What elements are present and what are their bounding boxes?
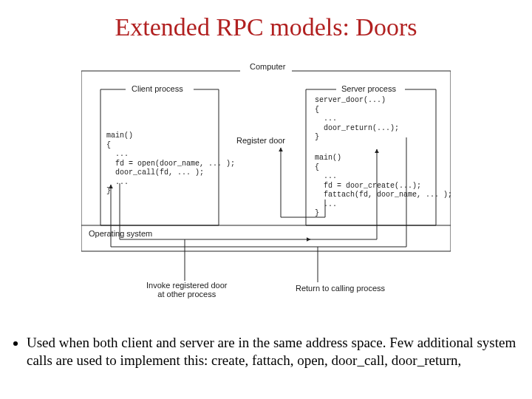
client-process-label: Client process <box>132 84 183 93</box>
return-label: Return to calling process <box>296 284 385 293</box>
doors-diagram: Computer Client process Server process m… <box>81 59 451 303</box>
server-process-label: Server process <box>341 84 396 93</box>
operating-system-label: Operating system <box>89 229 152 238</box>
page-title: Extended RPC models: Doors <box>0 0 532 41</box>
bullet-item: Used when both client and server are in … <box>27 334 519 369</box>
register-door-label: Register door <box>236 136 285 145</box>
server-door-code: server_door(...) { ... door_return(...);… <box>315 96 399 143</box>
client-code: main() { ... fd = open(door_name, ... );… <box>106 132 235 197</box>
server-main-code: main() { ... fd = door_create(...); fatt… <box>315 154 452 219</box>
computer-label: Computer <box>250 62 285 71</box>
invoke-label: Invoke registered door at other process <box>146 281 227 299</box>
bullet-list: Used when both client and server are in … <box>13 334 519 369</box>
